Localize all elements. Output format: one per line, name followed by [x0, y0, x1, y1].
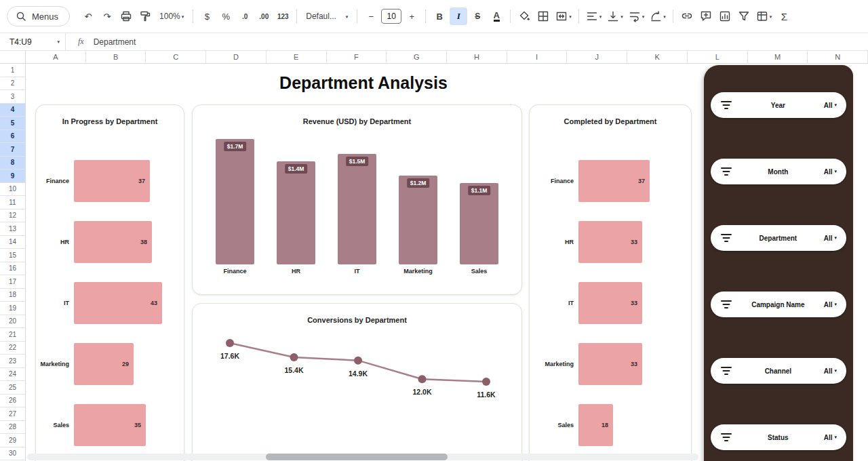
- row-header-12[interactable]: 12: [0, 209, 25, 223]
- column-header-I[interactable]: I: [507, 51, 568, 63]
- name-box[interactable]: T4:U9 ▾: [0, 37, 65, 47]
- row-header-10[interactable]: 10: [0, 183, 25, 197]
- row-header-9[interactable]: 9: [0, 169, 25, 183]
- bar-hr[interactable]: $1.4M: [277, 161, 315, 264]
- row-header-19[interactable]: 19: [0, 302, 25, 315]
- row-header-14[interactable]: 14: [0, 236, 25, 249]
- chart-card-in-progress[interactable]: In Progress by Department Finance37HR38I…: [35, 104, 184, 461]
- filter-campaign-name[interactable]: Campaign NameAll ▾: [711, 292, 846, 317]
- row-header-8[interactable]: 8: [0, 157, 25, 170]
- column-header-H[interactable]: H: [447, 51, 507, 63]
- bar-finance[interactable]: $1.7M: [216, 139, 254, 264]
- data-point-sales[interactable]: [482, 378, 490, 386]
- insert-comment-button[interactable]: [697, 7, 715, 25]
- row-header-11[interactable]: 11: [0, 196, 25, 209]
- chart-card-revenue[interactable]: Revenue (USD) by Department $1.7MFinance…: [192, 104, 522, 295]
- row-header-29[interactable]: 29: [0, 434, 25, 447]
- data-point-marketing[interactable]: [418, 375, 427, 383]
- insert-link-button[interactable]: [678, 7, 696, 25]
- column-header-E[interactable]: E: [267, 51, 327, 63]
- format-percent-button[interactable]: %: [217, 7, 235, 25]
- sheet-canvas[interactable]: Department Analysis In Progress by Depar…: [26, 64, 868, 461]
- row-header-20[interactable]: 20: [0, 315, 25, 329]
- column-header-M[interactable]: M: [748, 51, 808, 63]
- zoom-control[interactable]: 100%▾: [155, 7, 188, 25]
- select-all-corner[interactable]: [0, 51, 26, 63]
- vertical-align-button[interactable]: ▾: [605, 7, 625, 25]
- row-header-24[interactable]: 24: [0, 368, 25, 382]
- increase-decimal-button[interactable]: .00: [255, 7, 273, 25]
- format-currency-button[interactable]: $: [198, 7, 216, 25]
- data-point-finance[interactable]: [226, 339, 234, 347]
- row-header-15[interactable]: 15: [0, 249, 25, 262]
- merge-cells-button[interactable]: ▾: [553, 7, 574, 25]
- row-header-26[interactable]: 26: [0, 395, 25, 408]
- bar-finance[interactable]: 37: [578, 160, 650, 202]
- column-header-F[interactable]: F: [327, 51, 387, 63]
- text-rotation-button[interactable]: ▾: [648, 7, 668, 25]
- row-header-13[interactable]: 13: [0, 222, 25, 236]
- bar-sales[interactable]: $1.1M: [460, 183, 498, 264]
- row-header-21[interactable]: 21: [0, 328, 25, 342]
- bar-marketing[interactable]: 33: [578, 343, 642, 385]
- filter-month[interactable]: MonthAll ▾: [711, 159, 846, 184]
- scrollbar-thumb[interactable]: [266, 454, 448, 460]
- chart-card-completed[interactable]: Completed by Department Finance37HR33IT3…: [529, 104, 692, 461]
- row-header-30[interactable]: 30: [0, 447, 25, 461]
- bold-button[interactable]: B: [431, 7, 448, 25]
- column-header-J[interactable]: J: [567, 51, 627, 63]
- decrease-decimal-button[interactable]: .0: [236, 7, 254, 25]
- number-format-button[interactable]: 123: [274, 7, 292, 25]
- filter-year[interactable]: YearAll ▾: [711, 92, 846, 118]
- bar-marketing[interactable]: $1.2M: [399, 176, 437, 264]
- undo-button[interactable]: ↶: [79, 7, 97, 25]
- text-color-button[interactable]: A: [488, 7, 505, 25]
- row-header-28[interactable]: 28: [0, 421, 25, 435]
- formula-input[interactable]: Department: [94, 37, 868, 47]
- column-header-K[interactable]: K: [627, 51, 688, 63]
- row-header-22[interactable]: 22: [0, 342, 25, 355]
- horizontal-scrollbar[interactable]: [27, 454, 698, 460]
- column-header-N[interactable]: N: [808, 51, 868, 63]
- borders-button[interactable]: [534, 7, 552, 25]
- table-views-button[interactable]: ▾: [754, 7, 774, 25]
- menus-button[interactable]: Menus: [7, 6, 70, 26]
- data-point-it[interactable]: [354, 357, 362, 365]
- decrease-font-size-button[interactable]: −: [362, 7, 380, 25]
- horizontal-align-button[interactable]: ▾: [584, 7, 604, 25]
- row-header-2[interactable]: 2: [0, 77, 25, 91]
- row-header-27[interactable]: 27: [0, 407, 25, 421]
- text-wrap-button[interactable]: ▾: [627, 7, 647, 25]
- functions-button[interactable]: Σ: [775, 7, 793, 25]
- bar-sales[interactable]: 35: [74, 404, 146, 446]
- filter-department[interactable]: DepartmentAll ▾: [711, 225, 846, 251]
- row-header-17[interactable]: 17: [0, 275, 25, 289]
- print-button[interactable]: [117, 7, 135, 25]
- chart-card-conversions[interactable]: Conversions by Department 17.6K15.4K14.9…: [192, 303, 522, 461]
- row-header-3[interactable]: 3: [0, 90, 25, 104]
- row-header-18[interactable]: 18: [0, 289, 25, 302]
- column-header-L[interactable]: L: [688, 51, 748, 63]
- row-header-5[interactable]: 5: [0, 117, 25, 130]
- italic-button[interactable]: I: [450, 7, 467, 25]
- create-filter-button[interactable]: [735, 7, 753, 25]
- row-header-6[interactable]: 6: [0, 130, 25, 144]
- row-header-25[interactable]: 25: [0, 381, 25, 395]
- bar-it[interactable]: 43: [74, 282, 162, 324]
- bar-it[interactable]: 33: [578, 282, 642, 324]
- filter-status[interactable]: StatusAll ▾: [711, 424, 846, 450]
- row-header-4[interactable]: 4: [0, 104, 25, 117]
- strikethrough-button[interactable]: S: [469, 7, 486, 25]
- data-point-hr[interactable]: [290, 353, 298, 361]
- row-header-23[interactable]: 23: [0, 355, 25, 368]
- insert-chart-button[interactable]: [716, 7, 734, 25]
- font-size-input[interactable]: 10: [381, 9, 401, 24]
- bar-hr[interactable]: 38: [74, 221, 152, 263]
- row-header-16[interactable]: 16: [0, 262, 25, 276]
- redo-button[interactable]: ↷: [98, 7, 116, 25]
- row-header-7[interactable]: 7: [0, 143, 25, 157]
- column-header-D[interactable]: D: [206, 51, 267, 63]
- increase-font-size-button[interactable]: +: [403, 7, 420, 25]
- bar-finance[interactable]: 37: [74, 160, 150, 202]
- bar-it[interactable]: $1.5M: [338, 154, 376, 264]
